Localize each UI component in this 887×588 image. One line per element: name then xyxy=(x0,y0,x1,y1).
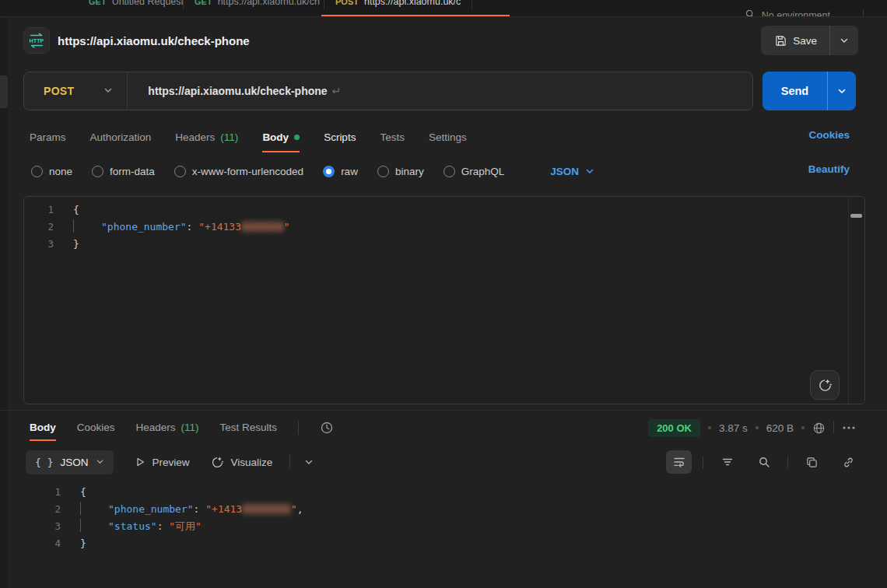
wrap-text-icon xyxy=(673,456,685,468)
mode-label: binary xyxy=(395,166,424,177)
topbar-divider xyxy=(863,9,864,17)
radio-icon xyxy=(377,166,389,177)
mode-binary[interactable]: binary xyxy=(377,166,424,177)
app-window: GET Untitled Request GET https://api.xia… xyxy=(0,0,887,588)
sparkle-circle-icon xyxy=(211,456,224,469)
mode-graphql[interactable]: GraphQL xyxy=(444,166,505,177)
save-button[interactable]: Save xyxy=(761,26,829,55)
cookies-link[interactable]: Cookies xyxy=(808,129,850,141)
dot-separator xyxy=(708,426,711,429)
response-tab-cookies[interactable]: Cookies xyxy=(77,415,115,441)
response-format-dropdown[interactable]: { } JSON xyxy=(26,450,114,474)
mode-x-www-form-urlencoded[interactable]: x-www-form-urlencoded xyxy=(174,166,303,177)
sidebar-expand-handle[interactable] xyxy=(0,75,8,108)
filter-button[interactable] xyxy=(714,450,740,474)
mode-label: x-www-form-urlencoded xyxy=(192,166,303,177)
tab-method-badge: GET xyxy=(195,0,212,6)
response-size[interactable]: 620 B xyxy=(766,422,794,434)
tab-params[interactable]: Params xyxy=(30,123,66,152)
response-history-icon[interactable] xyxy=(320,421,334,435)
beautify-link[interactable]: Beautify xyxy=(808,163,850,175)
tab-label: Headers xyxy=(136,422,176,433)
sparkle-circle-icon xyxy=(818,378,833,393)
response-body-viewer[interactable]: 1{2"phone_number": "+141300000000",3"sta… xyxy=(23,482,865,583)
mode-label: none xyxy=(49,166,72,177)
editor-scrollbar-thumb[interactable] xyxy=(850,214,862,218)
radio-icon xyxy=(92,166,103,177)
environment-selector[interactable]: No environment xyxy=(762,10,830,17)
headers-count: (11) xyxy=(220,131,238,143)
tab-label: Authorization xyxy=(90,131,152,143)
search-response-button[interactable] xyxy=(751,450,777,474)
postbot-assistant-button[interactable] xyxy=(810,370,840,400)
chevron-down-icon xyxy=(585,166,594,176)
tab-label: Untitled Request xyxy=(112,0,183,7)
wrap-text-button[interactable] xyxy=(666,450,692,474)
url-value: https://api.xiaomu.uk/check-phone xyxy=(148,85,327,97)
tab-tests[interactable]: Tests xyxy=(380,123,405,152)
toolbar-divider xyxy=(289,455,290,469)
share-link-button[interactable] xyxy=(836,450,861,474)
tab-label: Headers xyxy=(175,131,215,143)
format-label: JSON xyxy=(60,457,88,468)
body-mode-row: none form-data x-www-form-urlencoded raw… xyxy=(31,160,594,182)
more-views-dropdown[interactable] xyxy=(304,457,314,467)
send-options-dropdown[interactable] xyxy=(827,72,856,110)
response-meta: 200 OK 3.87 s 620 B xyxy=(648,416,856,439)
copy-response-button[interactable] xyxy=(799,450,825,474)
search-icon[interactable] xyxy=(745,9,756,17)
workspace-tab-get-request[interactable]: GET https://api.xiaomu.uk/ch xyxy=(184,0,324,16)
search-icon xyxy=(758,456,770,468)
active-tab-underline xyxy=(321,15,510,16)
request-tab-bar: Params Authorization Headers(11) Body Sc… xyxy=(30,123,467,152)
response-tab-headers[interactable]: Headers(11) xyxy=(136,415,199,441)
request-body-code: 1{2"phone_number": "+141330000000"3} xyxy=(24,201,864,253)
tab-settings[interactable]: Settings xyxy=(429,123,467,152)
radio-icon xyxy=(31,166,43,177)
url-input[interactable]: https://api.xiaomu.uk/check-phone↵ xyxy=(128,85,341,97)
tab-divider xyxy=(298,421,299,435)
raw-format-selector[interactable]: JSON xyxy=(550,166,594,177)
visualize-button[interactable]: Visualize xyxy=(211,456,273,469)
request-body-editor[interactable]: 1{2"phone_number": "+141330000000"3} xyxy=(23,196,865,404)
tab-scripts[interactable]: Scripts xyxy=(324,123,356,152)
chevron-down-icon xyxy=(304,457,314,467)
tab-label: Test Results xyxy=(220,422,278,433)
tab-body[interactable]: Body xyxy=(262,123,300,152)
workspace-tab-untitled[interactable]: GET Untitled Request xyxy=(78,0,183,16)
chevron-down-icon xyxy=(840,36,849,45)
response-time[interactable]: 3.87 s xyxy=(719,422,748,434)
copy-icon xyxy=(806,457,818,468)
floppy-save-icon xyxy=(775,35,787,47)
response-toolbar: { } JSON Preview Visualize xyxy=(26,450,861,474)
method-selector[interactable]: POST xyxy=(24,84,127,98)
radio-icon xyxy=(444,166,455,177)
request-url-bar: POST https://api.xiaomu.uk/check-phone↵ xyxy=(23,72,753,110)
tab-label: Cookies xyxy=(77,422,115,433)
network-globe-icon[interactable] xyxy=(812,422,826,435)
chevron-down-icon xyxy=(103,84,113,98)
save-options-dropdown[interactable] xyxy=(829,26,858,55)
more-options-icon[interactable] xyxy=(842,425,856,430)
meta-divider xyxy=(833,422,834,434)
mode-label: GraphQL xyxy=(461,166,505,177)
send-button[interactable]: Send xyxy=(763,72,827,110)
tab-label: Scripts xyxy=(324,131,356,143)
tab-label: https://api.xiaomu.uk/c xyxy=(364,0,461,7)
mode-none[interactable]: none xyxy=(31,166,72,177)
workspace-tab-post-request-active[interactable]: POST https://api.xiaomu.uk/c xyxy=(324,0,472,16)
mode-label: raw xyxy=(341,166,358,177)
tab-headers[interactable]: Headers(11) xyxy=(175,123,238,152)
status-badge[interactable]: 200 OK xyxy=(648,419,700,437)
mode-raw-selected[interactable]: raw xyxy=(323,166,358,177)
body-modified-dot xyxy=(294,135,300,140)
mode-form-data[interactable]: form-data xyxy=(92,166,155,177)
response-tab-body[interactable]: Body xyxy=(30,415,56,441)
tab-authorization[interactable]: Authorization xyxy=(90,123,152,152)
tab-label: Tests xyxy=(380,131,405,143)
preview-button[interactable]: Preview xyxy=(135,457,190,468)
method-label: POST xyxy=(44,85,74,97)
workspace-tab-bar: GET Untitled Request GET https://api.xia… xyxy=(0,0,887,17)
preview-label: Preview xyxy=(153,457,190,468)
response-tab-test-results[interactable]: Test Results xyxy=(220,415,278,441)
